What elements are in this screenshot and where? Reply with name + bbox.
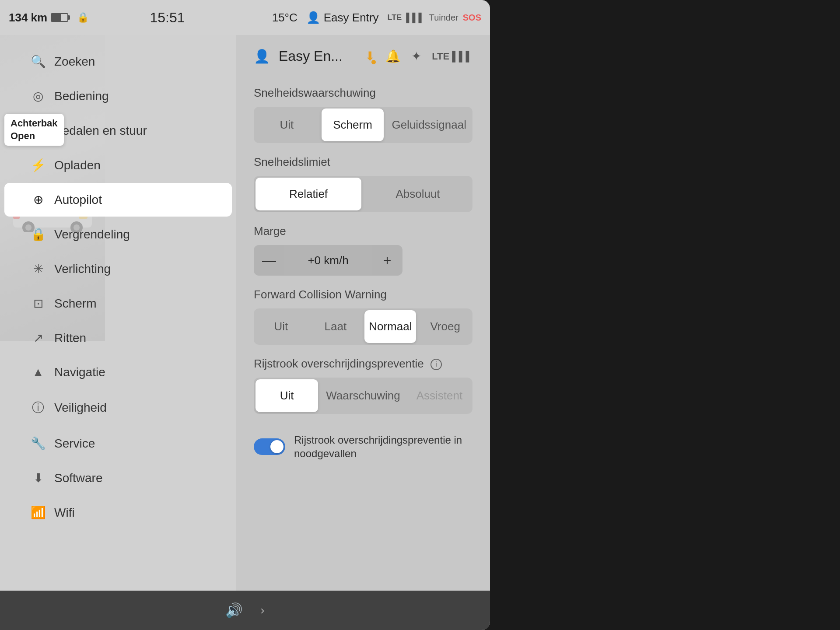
- btn-laat[interactable]: Laat: [310, 310, 361, 343]
- btn-relatief[interactable]: Relatief: [256, 178, 361, 210]
- btn-geluidssignaal[interactable]: Geluidssignaal: [387, 108, 471, 141]
- btn-uit[interactable]: Uit: [256, 379, 318, 412]
- snelheidswaarschuwing-title: Snelheidswaarschuwing: [254, 86, 472, 100]
- btn-waarschuwing[interactable]: Waarschuwing: [322, 379, 405, 412]
- sidebar-icon-autopilot: ⊕: [31, 192, 46, 207]
- marge-section: Marge — +0 km/h +: [254, 224, 472, 276]
- rijstrook-section: Rijstrook overschrijdingspreventie i Uit…: [254, 357, 472, 414]
- btn-normaal[interactable]: Normaal: [364, 310, 416, 343]
- sidebar-label-ritten: Ritten: [54, 331, 86, 345]
- sidebar-item-opladen[interactable]: ⚡ Opladen: [4, 148, 232, 182]
- sidebar-item-service[interactable]: 🔧 Service: [4, 427, 232, 460]
- achterbak-badge[interactable]: Achterbak Open: [4, 114, 64, 146]
- download-icon[interactable]: ⬇: [365, 49, 375, 63]
- sidebar-item-autopilot[interactable]: ⊕ Autopilot: [4, 183, 232, 217]
- btn-vroeg[interactable]: Vroeg: [420, 310, 471, 343]
- btn-uit[interactable]: Uit: [256, 108, 318, 141]
- taskbar: 🔊 ›: [0, 591, 490, 630]
- btn-assistent[interactable]: Assistent: [408, 379, 471, 412]
- sidebar-icon-verlichting: ✳: [31, 262, 46, 276]
- snelheidslimiet-title: Snelheidslimiet: [254, 155, 472, 169]
- marge-control: — +0 km/h +: [254, 245, 402, 276]
- status-right-icons: LTE ▌▌▌ Tuinder SOS: [387, 13, 481, 23]
- range-text: 134 km: [9, 11, 47, 24]
- sidebar-label-service: Service: [54, 437, 95, 451]
- sos-label: SOS: [463, 13, 481, 23]
- marge-plus-btn[interactable]: +: [372, 245, 402, 276]
- sidebar-label-scherm: Scherm: [54, 297, 96, 311]
- sidebar-label-bediening: Bediening: [54, 89, 109, 103]
- achterbak-line1: Achterbak: [10, 118, 58, 129]
- snelheidswaarschuwing-section: Snelheidswaarschuwing UitSchermGeluidssi…: [254, 86, 472, 143]
- minus-icon: —: [262, 252, 276, 269]
- sidebar-label-vergrendeling: Vergrendeling: [54, 228, 130, 242]
- sidebar-icon-software: ⬇: [31, 471, 46, 485]
- status-bar: 134 km 🔒 15:51 15°C 👤 Easy Entry LTE ▌▌▌…: [0, 0, 490, 35]
- chevron-right-icon[interactable]: ›: [260, 603, 264, 617]
- battery-icon: [51, 13, 68, 22]
- sidebar-icon-navigatie: ▲: [31, 365, 46, 379]
- sidebar-label-software: Software: [54, 471, 103, 485]
- sidebar-label-opladen: Opladen: [54, 158, 101, 172]
- sidebar-icon-scherm: ⊡: [31, 296, 46, 311]
- forward-collision-group: UitLaatNormaalVroeg: [254, 308, 472, 345]
- sidebar-item-verlichting[interactable]: ✳ Verlichting: [4, 252, 232, 286]
- rijstrook-title: Rijstrook overschrijdingspreventie i: [254, 357, 472, 371]
- content-header: 👤 Easy En... ⬇ 🔔 ✦ LTE ▌▌▌: [254, 48, 472, 73]
- forward-collision-section: Forward Collision Warning UitLaatNormaal…: [254, 288, 472, 345]
- sidebar-item-software[interactable]: ⬇ Software: [4, 461, 232, 495]
- content-title: Easy En...: [279, 48, 356, 64]
- profile-status[interactable]: 👤 Easy Entry: [306, 11, 379, 24]
- sidebar-label-verlichting: Verlichting: [54, 262, 111, 276]
- forward-collision-title: Forward Collision Warning: [254, 288, 472, 301]
- sidebar-icon-vergrendeling: 🔒: [31, 227, 46, 242]
- sidebar-icon-veiligheid: ⓘ: [31, 399, 46, 416]
- marge-title: Marge: [254, 224, 472, 238]
- profile-icon: 👤: [306, 11, 320, 24]
- sidebar-item-scherm[interactable]: ⊡ Scherm: [4, 287, 232, 320]
- lte-label: LTE: [387, 13, 402, 22]
- bluetooth-icon[interactable]: ✦: [411, 49, 421, 63]
- marge-value: +0 km/h: [284, 254, 372, 267]
- btn-uit[interactable]: Uit: [256, 310, 307, 343]
- achterbak-line2: Open: [10, 130, 35, 141]
- sidebar-item-ritten[interactable]: ↗ Ritten: [4, 321, 232, 355]
- lte-signal-icon: LTE ▌▌▌: [432, 51, 472, 62]
- sidebar-label-pedalen: Pedalen en stuur: [54, 124, 147, 138]
- sidebar-item-vergrendeling[interactable]: 🔒 Vergrendeling: [4, 217, 232, 251]
- snelheidslimiet-group: RelatiefAbsoluut: [254, 176, 472, 212]
- signal-bars: ▌▌▌: [406, 13, 425, 23]
- sidebar-item-bediening[interactable]: ◎ Bediening: [4, 79, 232, 113]
- marge-minus-btn[interactable]: —: [254, 245, 284, 276]
- sidebar-icon-wifi: 📶: [31, 505, 46, 520]
- sidebar-label-autopilot: Autopilot: [54, 193, 102, 207]
- sidebar-icon-bediening: ◎: [31, 89, 46, 103]
- btn-absoluut[interactable]: Absoluut: [365, 178, 471, 210]
- sidebar-label-veiligheid: Veiligheid: [54, 401, 107, 415]
- content-area: 👤 Easy En... ⬇ 🔔 ✦ LTE ▌▌▌ Snelheidswaar…: [236, 35, 490, 630]
- sidebar-icon-ritten: ↗: [31, 331, 46, 345]
- sidebar-item-veiligheid[interactable]: ⓘ Veiligheid: [4, 390, 232, 426]
- rijstrook-toggle-label: Rijstrook overschrijdingspreventie innoo…: [294, 433, 462, 460]
- sidebar-label-wifi: Wifi: [54, 506, 75, 520]
- bell-icon[interactable]: 🔔: [385, 49, 401, 63]
- snelheidswaarschuwing-group: UitSchermGeluidssignaal: [254, 107, 472, 143]
- sidebar-item-zoeken[interactable]: 🔍 Zoeken: [4, 45, 232, 78]
- sidebar-item-navigatie[interactable]: ▲ Navigatie: [4, 356, 232, 389]
- sidebar-label-zoeken: Zoeken: [54, 55, 95, 69]
- rijstrook-info-icon[interactable]: i: [430, 359, 442, 370]
- clock: 15:51: [71, 10, 263, 26]
- rijstrook-toggle[interactable]: [254, 438, 285, 455]
- header-action-icons: ⬇ 🔔 ✦ LTE ▌▌▌: [365, 49, 472, 63]
- plus-icon: +: [383, 252, 392, 269]
- btn-scherm[interactable]: Scherm: [322, 108, 384, 141]
- sidebar-item-wifi[interactable]: 📶 Wifi: [4, 496, 232, 529]
- rijstrook-toggle-row: Rijstrook overschrijdingspreventie innoo…: [254, 426, 472, 467]
- sidebar-icon-opladen: ⚡: [31, 158, 46, 172]
- speaker-icon[interactable]: 🔊: [225, 602, 243, 619]
- content-profile-icon: 👤: [254, 49, 270, 64]
- status-range: 134 km: [9, 11, 68, 24]
- temperature: 15°C: [272, 11, 298, 24]
- snelheidslimiet-section: Snelheidslimiet RelatiefAbsoluut: [254, 155, 472, 212]
- sidebar-icon-service: 🔧: [31, 436, 46, 451]
